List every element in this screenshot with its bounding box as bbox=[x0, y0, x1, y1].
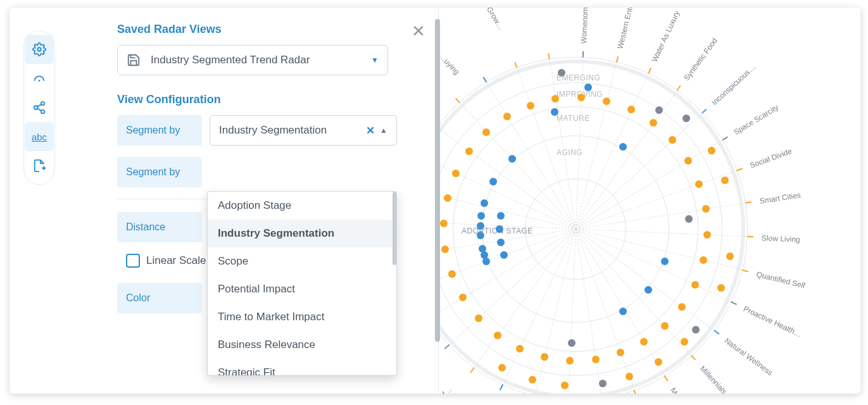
labels-icon[interactable]: abc bbox=[25, 122, 54, 151]
sidebar-toolbar: abc bbox=[23, 30, 55, 185]
gauge-icon[interactable] bbox=[25, 64, 54, 93]
dropdown-item[interactable]: Potential Impact bbox=[208, 275, 396, 303]
segment-by-1-value: Industry Segmentation bbox=[219, 124, 366, 137]
gear-icon[interactable] bbox=[25, 35, 54, 64]
export-icon[interactable] bbox=[25, 151, 54, 180]
segment-by-1-select[interactable]: Industry Segmentation ✕ ▲ bbox=[210, 115, 397, 146]
saved-views-title: Saved Radar Views bbox=[117, 23, 438, 36]
chevron-up-icon: ▲ bbox=[380, 126, 387, 135]
dropdown-item[interactable]: Scope bbox=[208, 247, 396, 275]
svg-point-1 bbox=[39, 80, 41, 82]
segment-by-2-label: Segment by bbox=[117, 157, 202, 187]
linear-scale-checkbox[interactable] bbox=[126, 254, 140, 268]
dropdown-item[interactable]: Time to Market Impact bbox=[208, 303, 396, 331]
share-icon[interactable] bbox=[25, 93, 54, 122]
dropdown-item[interactable]: Adoption Stage bbox=[208, 192, 396, 220]
radar-chart: EMERGINGIMPROVINGMATUREAGINGADOPTION STA… bbox=[417, 8, 860, 394]
saved-view-select[interactable]: Industry Segmented Trend Radar ▼ bbox=[117, 45, 388, 75]
clear-icon[interactable]: ✕ bbox=[366, 124, 375, 137]
saved-view-value: Industry Segmented Trend Radar bbox=[151, 54, 371, 66]
dropdown-scrollbar[interactable] bbox=[393, 192, 396, 265]
distance-label: Distance bbox=[117, 212, 202, 242]
disk-icon bbox=[127, 53, 141, 67]
dropdown-item[interactable]: Industry Segmentation bbox=[208, 220, 396, 247]
view-config-title: View Configuration bbox=[117, 93, 438, 106]
panel-scrollbar[interactable] bbox=[435, 19, 440, 342]
svg-point-2 bbox=[41, 102, 45, 106]
close-icon[interactable]: ✕ bbox=[412, 22, 425, 41]
segment-by-1-label: Segment by bbox=[117, 115, 202, 146]
svg-point-0 bbox=[37, 47, 41, 51]
segment-by-dropdown: Adoption Stage Industry Segmentation Sco… bbox=[207, 191, 397, 376]
chevron-down-icon: ▼ bbox=[371, 56, 379, 65]
dropdown-item[interactable]: Strategic Fit bbox=[208, 359, 396, 376]
color-label: Color bbox=[117, 283, 202, 313]
svg-point-3 bbox=[34, 106, 38, 109]
svg-point-4 bbox=[41, 110, 45, 114]
linear-scale-label: Linear Scale bbox=[146, 254, 206, 267]
dropdown-item[interactable]: Business Relevance bbox=[208, 331, 396, 359]
